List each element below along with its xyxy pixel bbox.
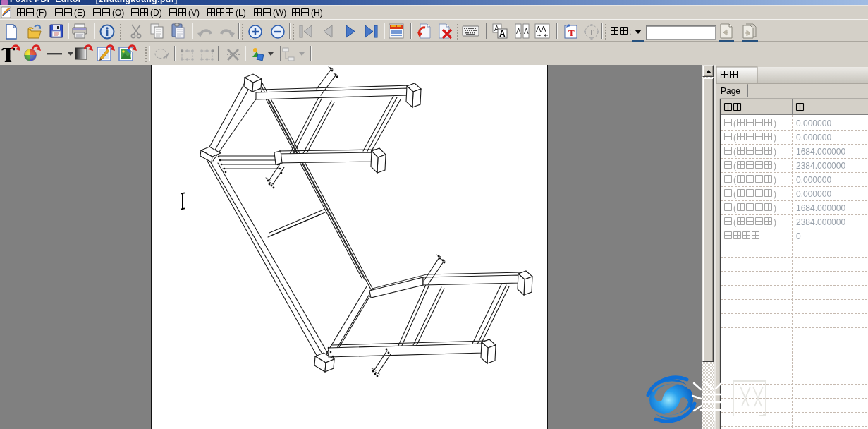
svg-text:1684.000000: 1684.000000 — [796, 147, 845, 157]
svg-text:2384.000000: 2384.000000 — [796, 217, 845, 227]
svg-text:0: 0 — [796, 231, 801, 241]
svg-text:): ) — [774, 147, 776, 157]
svg-text:(L): (L) — [236, 8, 246, 18]
svg-text:0.000000: 0.000000 — [796, 119, 831, 128]
svg-text:0.000000: 0.000000 — [796, 189, 831, 199]
svg-text:(F): (F) — [36, 8, 47, 18]
svg-text:Page: Page — [721, 86, 740, 96]
svg-text:(W): (W) — [273, 8, 286, 18]
svg-text:(: ( — [733, 175, 736, 185]
svg-text:(: ( — [733, 147, 736, 157]
svg-text:A: A — [516, 28, 521, 35]
svg-text:AA: AA — [536, 25, 546, 33]
svg-text::: : — [629, 27, 631, 37]
svg-text:0.000000: 0.000000 — [796, 175, 831, 185]
svg-text:2384.000000: 2384.000000 — [796, 161, 845, 171]
svg-text:): ) — [774, 133, 776, 143]
svg-text:(O): (O) — [112, 8, 124, 18]
svg-text:(E): (E) — [74, 8, 85, 18]
svg-text:T: T — [589, 28, 594, 37]
svg-text:): ) — [774, 161, 776, 171]
svg-text:T: T — [568, 28, 575, 38]
svg-text:): ) — [774, 175, 776, 185]
svg-text:(H): (H) — [311, 8, 323, 18]
svg-text:): ) — [774, 203, 776, 213]
svg-text:): ) — [774, 119, 776, 128]
svg-text:): ) — [774, 189, 776, 199]
svg-text:(: ( — [733, 203, 736, 213]
svg-text:A: A — [499, 29, 506, 39]
svg-text:(: ( — [733, 161, 736, 171]
svg-text:(: ( — [733, 189, 736, 199]
svg-text:(D): (D) — [150, 8, 162, 18]
svg-text:): ) — [774, 217, 776, 227]
svg-text:(V): (V) — [188, 8, 200, 18]
svg-text:(: ( — [733, 119, 736, 128]
svg-text:(: ( — [733, 133, 736, 143]
svg-text:(: ( — [733, 217, 736, 227]
svg-text:1684.000000: 1684.000000 — [796, 203, 845, 213]
svg-text:A: A — [524, 28, 529, 35]
svg-text:0.000000: 0.000000 — [796, 133, 831, 143]
